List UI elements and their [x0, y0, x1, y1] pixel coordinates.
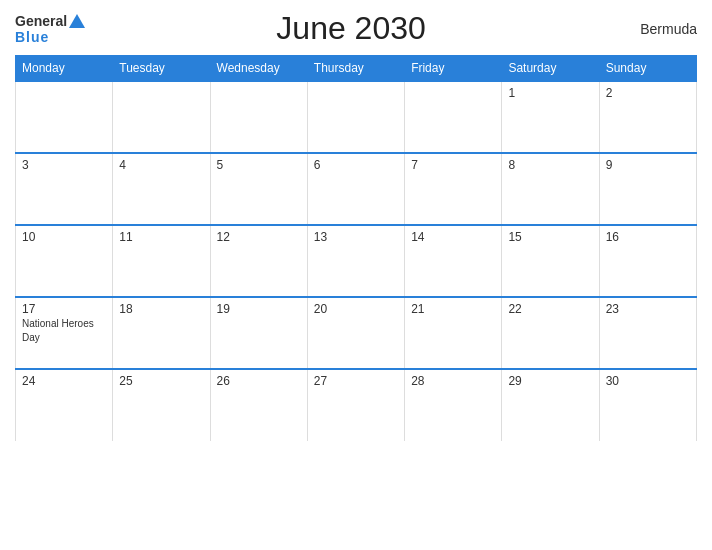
- calendar-cell: 2: [599, 81, 696, 153]
- calendar-cell: 1: [502, 81, 599, 153]
- calendar-cell: 26: [210, 369, 307, 441]
- day-number: 30: [606, 374, 690, 388]
- day-number: 21: [411, 302, 495, 316]
- day-number: 6: [314, 158, 398, 172]
- col-thursday: Thursday: [307, 56, 404, 82]
- calendar-cell: 15: [502, 225, 599, 297]
- day-number: 20: [314, 302, 398, 316]
- day-number: 1: [508, 86, 592, 100]
- calendar-cell: 13: [307, 225, 404, 297]
- calendar-cell: 29: [502, 369, 599, 441]
- col-monday: Monday: [16, 56, 113, 82]
- day-number: 10: [22, 230, 106, 244]
- col-friday: Friday: [405, 56, 502, 82]
- day-number: 3: [22, 158, 106, 172]
- calendar-cell: 21: [405, 297, 502, 369]
- calendar-cell: 7: [405, 153, 502, 225]
- day-number: 19: [217, 302, 301, 316]
- calendar-cell: 9: [599, 153, 696, 225]
- calendar-cell: 18: [113, 297, 210, 369]
- day-number: 14: [411, 230, 495, 244]
- col-sunday: Sunday: [599, 56, 696, 82]
- calendar-table: Monday Tuesday Wednesday Thursday Friday…: [15, 55, 697, 441]
- calendar-cell: 17National Heroes Day: [16, 297, 113, 369]
- calendar-cell: 27: [307, 369, 404, 441]
- calendar-cell: 4: [113, 153, 210, 225]
- col-tuesday: Tuesday: [113, 56, 210, 82]
- calendar-cell: 8: [502, 153, 599, 225]
- day-number: 13: [314, 230, 398, 244]
- calendar-cell: 24: [16, 369, 113, 441]
- day-number: 26: [217, 374, 301, 388]
- logo-blue-text: Blue: [15, 29, 49, 45]
- day-number: 4: [119, 158, 203, 172]
- calendar-cell: 11: [113, 225, 210, 297]
- calendar-header: General Blue June 2030 Bermuda: [15, 10, 697, 47]
- region-label: Bermuda: [617, 21, 697, 37]
- col-saturday: Saturday: [502, 56, 599, 82]
- day-number: 15: [508, 230, 592, 244]
- day-number: 25: [119, 374, 203, 388]
- day-number: 16: [606, 230, 690, 244]
- day-number: 2: [606, 86, 690, 100]
- calendar-cell: [210, 81, 307, 153]
- calendar-header-row: Monday Tuesday Wednesday Thursday Friday…: [16, 56, 697, 82]
- logo-triangle-icon: [69, 14, 85, 28]
- calendar-cell: 10: [16, 225, 113, 297]
- col-wednesday: Wednesday: [210, 56, 307, 82]
- calendar-cell: 25: [113, 369, 210, 441]
- day-number: 17: [22, 302, 106, 316]
- calendar-cell: [307, 81, 404, 153]
- calendar-cell: 30: [599, 369, 696, 441]
- calendar-cell: 3: [16, 153, 113, 225]
- calendar-cell: 6: [307, 153, 404, 225]
- day-number: 11: [119, 230, 203, 244]
- calendar-cell: 20: [307, 297, 404, 369]
- calendar-cell: 23: [599, 297, 696, 369]
- calendar-cell: [405, 81, 502, 153]
- calendar-week-row: 10111213141516: [16, 225, 697, 297]
- calendar-cell: 28: [405, 369, 502, 441]
- calendar-cell: 14: [405, 225, 502, 297]
- day-number: 27: [314, 374, 398, 388]
- calendar-cell: 19: [210, 297, 307, 369]
- calendar-cell: 12: [210, 225, 307, 297]
- day-number: 28: [411, 374, 495, 388]
- day-number: 18: [119, 302, 203, 316]
- day-number: 22: [508, 302, 592, 316]
- day-number: 9: [606, 158, 690, 172]
- event-label: National Heroes Day: [22, 318, 94, 343]
- day-number: 12: [217, 230, 301, 244]
- calendar-cell: [16, 81, 113, 153]
- calendar-cell: 16: [599, 225, 696, 297]
- calendar-week-row: 3456789: [16, 153, 697, 225]
- day-number: 29: [508, 374, 592, 388]
- day-number: 7: [411, 158, 495, 172]
- calendar-cell: 22: [502, 297, 599, 369]
- day-number: 23: [606, 302, 690, 316]
- calendar-week-row: 17National Heroes Day181920212223: [16, 297, 697, 369]
- day-number: 24: [22, 374, 106, 388]
- calendar-cell: [113, 81, 210, 153]
- calendar-title: June 2030: [85, 10, 617, 47]
- calendar-cell: 5: [210, 153, 307, 225]
- day-number: 5: [217, 158, 301, 172]
- calendar-week-row: 24252627282930: [16, 369, 697, 441]
- logo-general-text: General: [15, 13, 67, 29]
- calendar-page: General Blue June 2030 Bermuda Monday Tu…: [0, 0, 712, 550]
- day-number: 8: [508, 158, 592, 172]
- logo: General Blue: [15, 13, 85, 45]
- calendar-week-row: 12: [16, 81, 697, 153]
